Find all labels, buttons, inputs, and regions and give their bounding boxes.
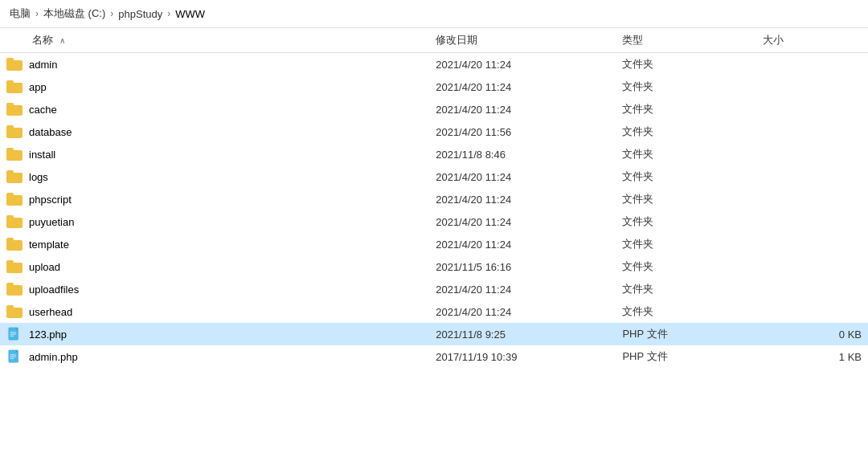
table-row[interactable]: phpscript2021/4/20 11:24文件夹	[0, 188, 868, 210]
file-date-cell: 2021/11/8 8:46	[429, 143, 616, 165]
folder-icon	[6, 215, 23, 228]
file-name-cell: phpscript	[0, 188, 429, 210]
col-header-size[interactable]: 大小	[756, 28, 868, 53]
table-row[interactable]: upload2021/11/5 16:16文件夹	[0, 255, 868, 278]
file-date-cell: 2021/4/20 11:24	[429, 210, 616, 233]
file-size-cell: 0 KB	[756, 323, 868, 345]
file-name-cell: database	[0, 120, 429, 143]
table-row[interactable]: cache2021/4/20 11:24文件夹	[0, 98, 868, 120]
file-name-cell: install	[0, 143, 429, 165]
sort-arrow-icon: ∧	[59, 36, 65, 45]
file-date-cell: 2017/11/19 10:39	[429, 345, 616, 368]
table-row[interactable]: logs2021/4/20 11:24文件夹	[0, 165, 868, 188]
folder-icon	[6, 125, 23, 138]
file-name-cell: 123.php	[0, 323, 429, 345]
file-date-cell: 2021/11/5 16:16	[429, 255, 616, 278]
file-size-cell	[756, 120, 868, 143]
folder-icon	[6, 283, 23, 296]
table-row[interactable]: install2021/11/8 8:46文件夹	[0, 143, 868, 165]
file-name-cell: logs	[0, 165, 429, 188]
file-date-cell: 2021/4/20 11:24	[429, 53, 616, 76]
file-type-cell: 文件夹	[616, 98, 755, 120]
file-size-cell	[756, 53, 868, 76]
svg-rect-4	[10, 336, 14, 337]
file-date-cell: 2021/4/20 11:24	[429, 98, 616, 120]
file-name-cell: userhead	[0, 300, 429, 323]
folder-icon	[6, 103, 23, 116]
file-size-cell	[756, 278, 868, 300]
svg-rect-3	[10, 334, 16, 335]
col-header-type[interactable]: 类型	[616, 28, 755, 53]
svg-rect-7	[10, 354, 16, 355]
table-row[interactable]: admin2021/4/20 11:24文件夹	[0, 53, 868, 76]
table-row[interactable]: app2021/4/20 11:24文件夹	[0, 75, 868, 98]
file-size-cell	[756, 165, 868, 188]
breadcrumb-item-phpstudy[interactable]: phpStudy	[118, 8, 162, 20]
table-row[interactable]: database2021/4/20 11:56文件夹	[0, 120, 868, 143]
file-name-cell: app	[0, 75, 429, 98]
file-name-cell: template	[0, 233, 429, 255]
file-name-label: puyuetian	[29, 216, 74, 228]
file-name-label: install	[29, 149, 55, 161]
file-size-cell	[756, 188, 868, 210]
svg-rect-8	[10, 357, 16, 357]
file-name-cell: cache	[0, 98, 429, 120]
file-size-cell	[756, 143, 868, 165]
file-size-cell	[756, 210, 868, 233]
file-type-cell: 文件夹	[616, 210, 755, 233]
table-row[interactable]: template2021/4/20 11:24文件夹	[0, 233, 868, 255]
folder-icon	[6, 260, 23, 273]
file-name-label: uploadfiles	[29, 284, 79, 296]
file-size-cell	[756, 300, 868, 323]
file-type-cell: 文件夹	[616, 188, 755, 210]
table-row[interactable]: puyuetian2021/4/20 11:24文件夹	[0, 210, 868, 233]
folder-icon	[6, 193, 23, 206]
folder-icon	[6, 170, 23, 183]
folder-icon	[6, 58, 23, 71]
col-header-name[interactable]: 名称 ∧	[0, 28, 429, 53]
file-size-cell: 1 KB	[756, 345, 868, 368]
table-row[interactable]: uploadfiles2021/4/20 11:24文件夹	[0, 278, 868, 300]
file-name-label: logs	[29, 171, 48, 183]
file-name-label: database	[29, 126, 72, 138]
table-row[interactable]: userhead2021/4/20 11:24文件夹	[0, 300, 868, 323]
file-size-cell	[756, 98, 868, 120]
file-type-cell: 文件夹	[616, 120, 755, 143]
table-row[interactable]: admin.php2017/11/19 10:39PHP 文件1 KB	[0, 345, 868, 368]
table-row[interactable]: 123.php2021/11/8 9:25PHP 文件0 KB	[0, 323, 868, 345]
breadcrumb-sep-1: ›	[35, 8, 39, 19]
file-type-cell: 文件夹	[616, 255, 755, 278]
file-type-cell: 文件夹	[616, 165, 755, 188]
file-name-cell: admin.php	[0, 345, 429, 368]
file-type-cell: 文件夹	[616, 143, 755, 165]
file-size-cell	[756, 75, 868, 98]
file-name-cell: upload	[0, 255, 429, 278]
svg-rect-2	[10, 332, 16, 333]
folder-icon	[6, 238, 23, 251]
file-type-cell: 文件夹	[616, 233, 755, 255]
file-date-cell: 2021/4/20 11:56	[429, 120, 616, 143]
breadcrumb-item-www[interactable]: WWW	[175, 8, 205, 20]
file-type-cell: PHP 文件	[616, 323, 755, 345]
breadcrumb-item-drive[interactable]: 本地磁盘 (C:)	[43, 6, 105, 21]
file-list-container: 名称 ∧ 修改日期 类型 大小 admin2021/4/20 11:24文件夹a…	[0, 28, 868, 368]
file-date-cell: 2021/4/20 11:24	[429, 300, 616, 323]
file-date-cell: 2021/11/8 9:25	[429, 323, 616, 345]
file-size-cell	[756, 255, 868, 278]
file-date-cell: 2021/4/20 11:24	[429, 75, 616, 98]
breadcrumb-item-computer[interactable]: 电脑	[10, 6, 31, 21]
file-name-label: app	[29, 81, 47, 93]
breadcrumb-bar: 电脑 › 本地磁盘 (C:) › phpStudy › WWW	[0, 0, 868, 28]
file-name-label: phpscript	[29, 194, 72, 206]
col-header-date[interactable]: 修改日期	[429, 28, 616, 53]
file-type-cell: 文件夹	[616, 53, 755, 76]
breadcrumb-sep-3: ›	[167, 8, 170, 19]
svg-rect-9	[10, 358, 14, 359]
file-type-cell: PHP 文件	[616, 345, 755, 368]
file-name-cell: admin	[0, 53, 429, 76]
file-name-label: template	[29, 239, 69, 251]
file-name-label: userhead	[29, 306, 72, 318]
file-date-cell: 2021/4/20 11:24	[429, 233, 616, 255]
folder-icon	[6, 80, 23, 93]
file-name-label: admin	[29, 59, 57, 71]
